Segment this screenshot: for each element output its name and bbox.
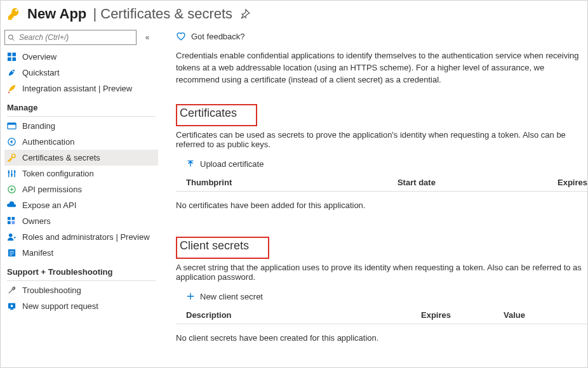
sidebar-item-label: Expose an API (22, 200, 76, 210)
sidebar-item-roles-admins[interactable]: Roles and administrators | Preview (4, 229, 158, 245)
svg-point-28 (11, 305, 13, 307)
upload-certificate-button[interactable]: Upload certificate (186, 159, 587, 169)
main-content: Got feedback? Credentials enable confide… (159, 25, 587, 366)
token-icon (7, 169, 17, 178)
sidebar-item-owners[interactable]: Owners (4, 213, 158, 229)
svg-line-1 (12, 38, 14, 40)
sidebar-item-troubleshooting[interactable]: Troubleshooting (4, 282, 158, 298)
sidebar-item-label: Troubleshooting (22, 286, 81, 295)
svg-point-16 (14, 171, 16, 173)
support-icon (7, 301, 17, 311)
sidebar-item-integration-assistant[interactable]: Integration assistant | Preview (4, 81, 158, 96)
col-description: Description (186, 310, 421, 320)
certificates-description: Certificates can be used as secrets to p… (176, 130, 587, 149)
col-expires: Expires (421, 310, 504, 320)
sidebar-item-label: Manifest (22, 248, 53, 258)
sidebar-item-label: New support request (22, 301, 98, 311)
sidebar-item-overview[interactable]: Overview (4, 49, 158, 65)
sidebar-section-manage: Manage (4, 96, 159, 115)
sidebar-item-label: Certificates & secrets (22, 153, 100, 162)
sidebar-item-label: Owners (22, 216, 51, 226)
svg-rect-2 (8, 53, 11, 56)
branding-icon (7, 121, 17, 131)
svg-rect-5 (12, 57, 16, 61)
collapse-sidebar-button[interactable]: « (140, 33, 154, 42)
sidebar-item-label: Token configuration (22, 169, 94, 178)
upload-certificate-label: Upload certificate (200, 159, 264, 169)
sidebar-item-label: Quickstart (22, 68, 60, 77)
search-input[interactable] (18, 32, 133, 43)
certificates-heading-highlight: Certificates (176, 104, 257, 126)
wrench-icon (7, 286, 17, 295)
certificates-empty-message: No certificates have been added for this… (176, 192, 587, 210)
col-start-date: Start date (398, 178, 558, 187)
svg-rect-4 (8, 57, 11, 61)
svg-rect-18 (8, 217, 11, 220)
owners-icon (7, 216, 17, 226)
certificates-heading: Certificates (180, 105, 239, 121)
sidebar-item-new-support-request[interactable]: New support request (4, 298, 158, 314)
sidebar-item-label: API permissions (22, 185, 82, 194)
svg-rect-8 (8, 123, 16, 125)
svg-point-0 (8, 35, 13, 39)
page-title: | Certificates & secrets (89, 6, 232, 22)
svg-rect-21 (12, 221, 15, 225)
search-icon (8, 34, 15, 42)
expose-api-icon (7, 200, 17, 210)
svg-rect-3 (12, 53, 16, 56)
sidebar-item-label: Roles and administrators | Preview (22, 232, 150, 242)
sidebar-item-branding[interactable]: Branding (4, 118, 158, 134)
sidebar-item-label: Branding (22, 121, 55, 131)
col-value: Value (504, 310, 587, 320)
sidebar-item-label: Integration assistant | Preview (22, 84, 132, 93)
sidebar-item-manifest[interactable]: Manifest (4, 245, 158, 261)
svg-rect-26 (10, 254, 13, 255)
key-icon (7, 7, 21, 21)
sidebar-item-expose-api[interactable]: Expose an API (4, 197, 158, 213)
blade-header: New App | Certificates & secrets (1, 1, 587, 25)
sidebar-item-quickstart[interactable]: Quickstart (4, 65, 158, 81)
overview-icon (7, 52, 17, 62)
svg-point-22 (9, 233, 13, 237)
plus-icon (186, 292, 195, 301)
svg-rect-25 (10, 253, 15, 254)
authentication-icon (7, 137, 17, 147)
svg-rect-19 (12, 217, 15, 220)
heart-icon (176, 31, 186, 41)
manifest-icon (7, 248, 17, 258)
search-box[interactable] (4, 30, 137, 45)
pin-icon[interactable] (240, 9, 250, 19)
sidebar-item-label: Overview (22, 52, 57, 62)
key-icon (7, 153, 17, 162)
sidebar: « Overview Quickstart Integration assist… (1, 25, 159, 366)
feedback-label: Got feedback? (191, 32, 245, 41)
secrets-empty-message: No client secrets have been created for … (176, 324, 587, 343)
col-expires: Expires (558, 178, 587, 187)
sidebar-section-support: Support + Troubleshooting (4, 261, 159, 279)
roles-icon (7, 232, 17, 242)
divider (7, 280, 156, 281)
secrets-table-header: Description Expires Value (176, 306, 587, 324)
api-permissions-icon (7, 185, 17, 194)
sidebar-item-certificates-secrets[interactable]: Certificates & secrets (4, 150, 158, 166)
svg-point-15 (11, 174, 13, 176)
sidebar-item-authentication[interactable]: Authentication (4, 134, 158, 150)
app-name: New App (27, 6, 86, 22)
col-thumbprint: Thumbprint (186, 178, 398, 187)
intro-text: Credentials enable confidential applicat… (176, 50, 587, 86)
new-client-secret-label: New client secret (200, 292, 263, 301)
new-client-secret-button[interactable]: New client secret (186, 292, 587, 301)
svg-point-14 (8, 171, 10, 173)
feedback-link[interactable]: Got feedback? (176, 30, 587, 50)
certificates-table-header: Thumbprint Start date Expires (176, 174, 587, 192)
client-secrets-heading: Client secrets (180, 238, 251, 254)
sidebar-item-token-configuration[interactable]: Token configuration (4, 166, 158, 181)
svg-rect-20 (8, 221, 11, 225)
upload-icon (186, 159, 195, 168)
svg-point-6 (12, 70, 13, 72)
sidebar-item-api-permissions[interactable]: API permissions (4, 181, 158, 197)
client-secrets-description: A secret string that the application use… (176, 263, 587, 282)
svg-rect-24 (10, 251, 15, 252)
divider (7, 116, 156, 117)
rocket-icon (7, 84, 17, 93)
